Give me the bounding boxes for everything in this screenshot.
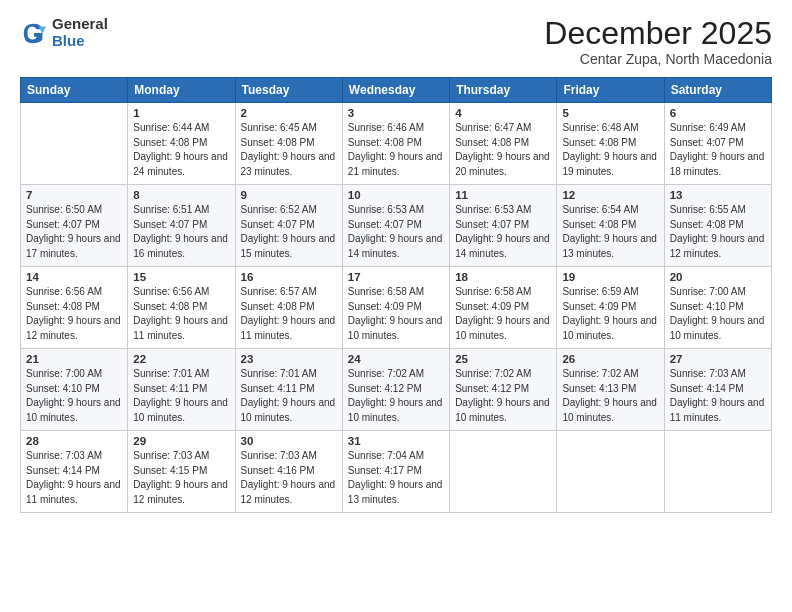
table-row — [557, 431, 664, 513]
sunset-text: Sunset: 4:15 PM — [133, 465, 207, 476]
sunrise-text: Sunrise: 6:50 AM — [26, 204, 102, 215]
daylight-text: Daylight: 9 hours and 10 minutes. — [455, 397, 550, 423]
table-row: 9Sunrise: 6:52 AMSunset: 4:07 PMDaylight… — [235, 185, 342, 267]
logo: General Blue — [20, 16, 108, 49]
sunset-text: Sunset: 4:08 PM — [562, 137, 636, 148]
day-info: Sunrise: 7:02 AMSunset: 4:12 PMDaylight:… — [348, 367, 444, 425]
table-row: 11Sunrise: 6:53 AMSunset: 4:07 PMDayligh… — [450, 185, 557, 267]
day-info: Sunrise: 7:02 AMSunset: 4:13 PMDaylight:… — [562, 367, 658, 425]
sunrise-text: Sunrise: 6:49 AM — [670, 122, 746, 133]
sunrise-text: Sunrise: 6:44 AM — [133, 122, 209, 133]
sunset-text: Sunset: 4:08 PM — [133, 137, 207, 148]
day-number: 15 — [133, 271, 229, 283]
day-number: 1 — [133, 107, 229, 119]
sunset-text: Sunset: 4:10 PM — [670, 301, 744, 312]
daylight-text: Daylight: 9 hours and 10 minutes. — [562, 397, 657, 423]
day-number: 3 — [348, 107, 444, 119]
daylight-text: Daylight: 9 hours and 17 minutes. — [26, 233, 121, 259]
table-row: 7Sunrise: 6:50 AMSunset: 4:07 PMDaylight… — [21, 185, 128, 267]
sunset-text: Sunset: 4:11 PM — [241, 383, 315, 394]
sunrise-text: Sunrise: 6:57 AM — [241, 286, 317, 297]
sunset-text: Sunset: 4:08 PM — [562, 219, 636, 230]
day-info: Sunrise: 6:58 AMSunset: 4:09 PMDaylight:… — [455, 285, 551, 343]
day-number: 10 — [348, 189, 444, 201]
day-number: 21 — [26, 353, 122, 365]
day-info: Sunrise: 6:54 AMSunset: 4:08 PMDaylight:… — [562, 203, 658, 261]
daylight-text: Daylight: 9 hours and 12 minutes. — [670, 233, 765, 259]
sunrise-text: Sunrise: 7:01 AM — [133, 368, 209, 379]
sunset-text: Sunset: 4:08 PM — [670, 219, 744, 230]
day-number: 8 — [133, 189, 229, 201]
day-info: Sunrise: 7:03 AMSunset: 4:15 PMDaylight:… — [133, 449, 229, 507]
table-row — [21, 103, 128, 185]
daylight-text: Daylight: 9 hours and 10 minutes. — [455, 315, 550, 341]
sunset-text: Sunset: 4:07 PM — [455, 219, 529, 230]
calendar-week-row: 7Sunrise: 6:50 AMSunset: 4:07 PMDaylight… — [21, 185, 772, 267]
title-block: December 2025 Centar Zupa, North Macedon… — [544, 16, 772, 67]
day-info: Sunrise: 6:45 AMSunset: 4:08 PMDaylight:… — [241, 121, 337, 179]
daylight-text: Daylight: 9 hours and 14 minutes. — [348, 233, 443, 259]
table-row: 13Sunrise: 6:55 AMSunset: 4:08 PMDayligh… — [664, 185, 771, 267]
sunset-text: Sunset: 4:07 PM — [241, 219, 315, 230]
day-number: 2 — [241, 107, 337, 119]
day-number: 30 — [241, 435, 337, 447]
sunrise-text: Sunrise: 7:03 AM — [670, 368, 746, 379]
sunset-text: Sunset: 4:09 PM — [348, 301, 422, 312]
table-row: 5Sunrise: 6:48 AMSunset: 4:08 PMDaylight… — [557, 103, 664, 185]
table-row: 12Sunrise: 6:54 AMSunset: 4:08 PMDayligh… — [557, 185, 664, 267]
daylight-text: Daylight: 9 hours and 13 minutes. — [348, 479, 443, 505]
sunrise-text: Sunrise: 7:03 AM — [241, 450, 317, 461]
table-row: 24Sunrise: 7:02 AMSunset: 4:12 PMDayligh… — [342, 349, 449, 431]
table-row: 27Sunrise: 7:03 AMSunset: 4:14 PMDayligh… — [664, 349, 771, 431]
sunset-text: Sunset: 4:12 PM — [348, 383, 422, 394]
day-info: Sunrise: 7:03 AMSunset: 4:14 PMDaylight:… — [670, 367, 766, 425]
sunrise-text: Sunrise: 7:04 AM — [348, 450, 424, 461]
day-info: Sunrise: 6:50 AMSunset: 4:07 PMDaylight:… — [26, 203, 122, 261]
day-info: Sunrise: 6:44 AMSunset: 4:08 PMDaylight:… — [133, 121, 229, 179]
daylight-text: Daylight: 9 hours and 19 minutes. — [562, 151, 657, 177]
daylight-text: Daylight: 9 hours and 15 minutes. — [241, 233, 336, 259]
table-row: 23Sunrise: 7:01 AMSunset: 4:11 PMDayligh… — [235, 349, 342, 431]
table-row — [664, 431, 771, 513]
sunrise-text: Sunrise: 6:45 AM — [241, 122, 317, 133]
sunset-text: Sunset: 4:12 PM — [455, 383, 529, 394]
daylight-text: Daylight: 9 hours and 14 minutes. — [455, 233, 550, 259]
day-info: Sunrise: 6:49 AMSunset: 4:07 PMDaylight:… — [670, 121, 766, 179]
daylight-text: Daylight: 9 hours and 12 minutes. — [26, 315, 121, 341]
daylight-text: Daylight: 9 hours and 11 minutes. — [241, 315, 336, 341]
sunrise-text: Sunrise: 7:02 AM — [348, 368, 424, 379]
sunset-text: Sunset: 4:08 PM — [241, 301, 315, 312]
table-row: 14Sunrise: 6:56 AMSunset: 4:08 PMDayligh… — [21, 267, 128, 349]
day-info: Sunrise: 7:03 AMSunset: 4:14 PMDaylight:… — [26, 449, 122, 507]
table-row: 28Sunrise: 7:03 AMSunset: 4:14 PMDayligh… — [21, 431, 128, 513]
day-number: 5 — [562, 107, 658, 119]
day-info: Sunrise: 7:03 AMSunset: 4:16 PMDaylight:… — [241, 449, 337, 507]
sunset-text: Sunset: 4:10 PM — [26, 383, 100, 394]
daylight-text: Daylight: 9 hours and 24 minutes. — [133, 151, 228, 177]
sunset-text: Sunset: 4:08 PM — [348, 137, 422, 148]
table-row: 25Sunrise: 7:02 AMSunset: 4:12 PMDayligh… — [450, 349, 557, 431]
table-row: 17Sunrise: 6:58 AMSunset: 4:09 PMDayligh… — [342, 267, 449, 349]
table-row: 21Sunrise: 7:00 AMSunset: 4:10 PMDayligh… — [21, 349, 128, 431]
table-row: 30Sunrise: 7:03 AMSunset: 4:16 PMDayligh… — [235, 431, 342, 513]
day-number: 9 — [241, 189, 337, 201]
day-number: 18 — [455, 271, 551, 283]
page: General Blue December 2025 Centar Zupa, … — [0, 0, 792, 612]
sunset-text: Sunset: 4:09 PM — [455, 301, 529, 312]
table-row: 16Sunrise: 6:57 AMSunset: 4:08 PMDayligh… — [235, 267, 342, 349]
sunset-text: Sunset: 4:07 PM — [670, 137, 744, 148]
logo-text: General Blue — [52, 16, 108, 49]
daylight-text: Daylight: 9 hours and 21 minutes. — [348, 151, 443, 177]
daylight-text: Daylight: 9 hours and 16 minutes. — [133, 233, 228, 259]
col-monday: Monday — [128, 78, 235, 103]
daylight-text: Daylight: 9 hours and 20 minutes. — [455, 151, 550, 177]
day-info: Sunrise: 6:52 AMSunset: 4:07 PMDaylight:… — [241, 203, 337, 261]
table-row: 20Sunrise: 7:00 AMSunset: 4:10 PMDayligh… — [664, 267, 771, 349]
sunset-text: Sunset: 4:08 PM — [26, 301, 100, 312]
table-row: 31Sunrise: 7:04 AMSunset: 4:17 PMDayligh… — [342, 431, 449, 513]
daylight-text: Daylight: 9 hours and 18 minutes. — [670, 151, 765, 177]
table-row: 4Sunrise: 6:47 AMSunset: 4:08 PMDaylight… — [450, 103, 557, 185]
table-row — [450, 431, 557, 513]
daylight-text: Daylight: 9 hours and 10 minutes. — [348, 315, 443, 341]
sunrise-text: Sunrise: 7:03 AM — [26, 450, 102, 461]
